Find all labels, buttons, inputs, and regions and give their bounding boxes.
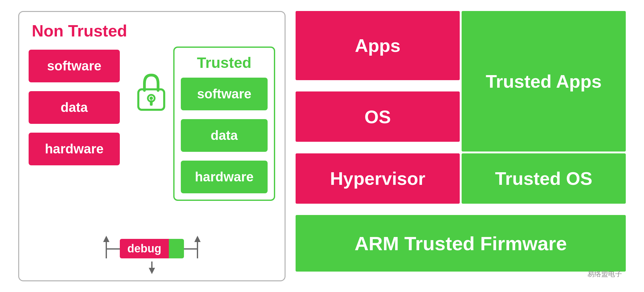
non-trusted-software: software (29, 50, 120, 82)
trusted-os-cell: Trusted OS (462, 153, 626, 204)
trusted-col: software data hardware (181, 78, 268, 193)
non-trusted-hardware: hardware (29, 133, 120, 165)
right-wrapper: Apps Trusted Apps OS Hypervisor Trusted … (296, 11, 626, 281)
hypervisor-cell: Hypervisor (296, 153, 460, 204)
debug-box-pink: debug (120, 239, 169, 258)
debug-box-wrapper: debug (120, 239, 184, 258)
svg-marker-5 (103, 236, 109, 242)
main-container: Non Trusted software data hardware (12, 5, 632, 288)
trusted-apps-cell: Trusted Apps (462, 11, 626, 152)
left-diagram: Non Trusted software data hardware (18, 11, 286, 281)
os-cell: OS (296, 91, 460, 142)
debug-section: debug (19, 233, 285, 274)
non-trusted-col: software data hardware (29, 47, 129, 165)
watermark: 易络盟电子 (587, 269, 622, 279)
svg-point-3 (150, 96, 153, 100)
trusted-data: data (181, 119, 268, 152)
debug-down-arrow (144, 262, 160, 274)
trusted-section: Trusted software data hardware (173, 47, 275, 201)
arm-firmware-cell: ARM Trusted Firmware (296, 215, 626, 272)
apps-cell: Apps (296, 11, 460, 80)
svg-rect-2 (150, 100, 153, 106)
left-columns: software data hardware Tru (29, 47, 275, 251)
non-trusted-data: data (29, 91, 120, 124)
right-diagram: Apps Trusted Apps OS Hypervisor Trusted … (296, 11, 626, 281)
trusted-software: software (181, 78, 268, 110)
trusted-hardware: hardware (181, 161, 268, 193)
svg-marker-11 (149, 268, 155, 274)
lock-divider (129, 72, 173, 113)
non-trusted-label: Non Trusted (32, 21, 275, 40)
debug-arrows-container: debug (65, 233, 238, 262)
debug-box-green (169, 239, 184, 258)
lock-icon (134, 72, 169, 113)
trusted-label: Trusted (181, 54, 268, 71)
svg-marker-9 (194, 236, 201, 242)
